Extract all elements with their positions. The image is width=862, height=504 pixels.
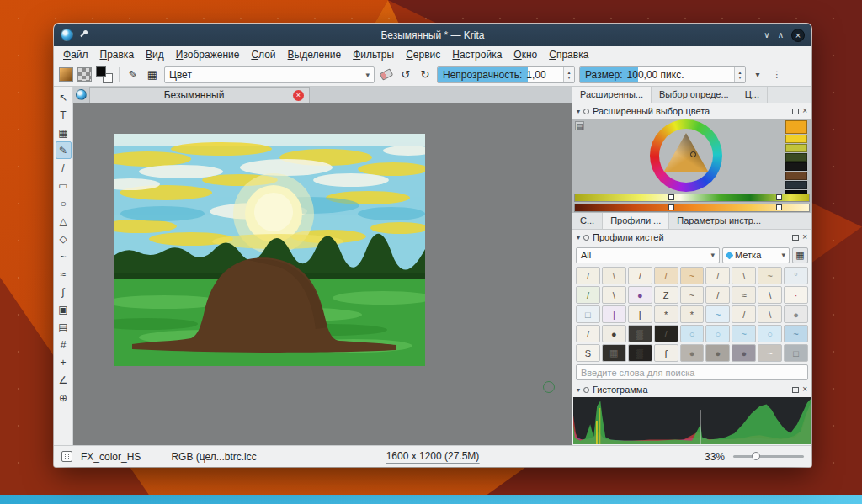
foreground-color-swatch[interactable] (96, 66, 106, 77)
pattern-chooser-swatch[interactable] (77, 67, 92, 82)
toolbar-overflow-icon[interactable]: ⋮ (769, 66, 785, 83)
spin-down-icon[interactable]: ▾ (567, 75, 570, 80)
history-swatch-2[interactable] (785, 144, 807, 152)
advanced-color-selector[interactable]: ▤ (572, 119, 811, 213)
menu-item-8[interactable]: Настройка (446, 46, 508, 63)
zoom-slider[interactable] (733, 455, 804, 458)
float-docker-icon[interactable] (792, 387, 799, 393)
brush-preset-4[interactable]: ~ (680, 267, 705, 284)
title-bar[interactable]: Безымянный * — Krita ∨ ∧ × (54, 24, 811, 46)
brush-preset-41[interactable]: ● (705, 344, 730, 362)
brush-preset-10[interactable]: \ (602, 286, 626, 304)
color-profile-label[interactable]: RGB (цел...btrc.icc (171, 451, 256, 463)
docker-top-tab-0[interactable]: Расширенны... (572, 87, 652, 103)
blending-mode-dropdown[interactable]: Цвет ▾ (164, 66, 375, 83)
close-window-button[interactable]: × (791, 29, 805, 42)
shade-gradient-bar-1[interactable] (574, 194, 810, 202)
brush-preset-28[interactable]: ● (602, 325, 626, 342)
gradient-chooser-swatch[interactable] (59, 67, 73, 82)
brush-preset-8[interactable]: ° (784, 267, 808, 284)
menu-item-2[interactable]: Вид (140, 46, 170, 63)
brush-preset-43[interactable]: ~ (758, 344, 782, 362)
docker-mid-tab-2[interactable]: Параметры инстр... (669, 213, 769, 229)
float-docker-icon[interactable] (792, 235, 799, 241)
pin-icon[interactable] (79, 30, 88, 40)
brush-preset-38[interactable]: ▒ (628, 344, 652, 362)
canvas-painting[interactable] (114, 134, 425, 366)
brush-preset-2[interactable]: / (628, 267, 652, 284)
brush-preset-11[interactable]: ● (628, 286, 652, 304)
close-docker-icon[interactable]: × (802, 107, 807, 115)
menu-item-1[interactable]: Правка (94, 46, 141, 63)
eraser-mode-button[interactable] (379, 66, 394, 83)
brush-preset-31[interactable]: ○ (680, 325, 705, 342)
histogram-docker-header[interactable]: ▾ Гистограмма × (572, 382, 811, 397)
opacity-slider[interactable]: Непрозрачность: 1,00 ▴ ▾ (437, 66, 575, 83)
float-docker-icon[interactable] (792, 109, 799, 114)
tag-filter-dropdown[interactable]: All ▾ (576, 247, 720, 263)
krita-app-icon[interactable] (61, 29, 73, 41)
bezier-curve-tool[interactable]: ~ (56, 247, 72, 265)
brush-preset-19[interactable]: | (602, 305, 626, 323)
menu-item-0[interactable]: Файл (57, 46, 94, 63)
brush-preset-20[interactable]: | (628, 305, 652, 323)
brush-presets-docker-header[interactable]: ▾ Профили кистей × (572, 230, 811, 245)
canvas-area[interactable] (73, 103, 572, 445)
history-swatch-1[interactable] (785, 135, 807, 143)
brush-preset-29[interactable]: ▒ (628, 325, 652, 342)
redo-icon-button[interactable]: ↻ (418, 66, 433, 83)
maximize-window-button[interactable]: ∧ (778, 31, 784, 40)
close-docker-icon[interactable]: × (802, 233, 807, 241)
spin-down-icon[interactable]: ▾ (738, 75, 741, 80)
brush-preset-21[interactable]: * (654, 305, 678, 323)
brush-preset-32[interactable]: ○ (705, 325, 730, 342)
gradient-marker[interactable] (776, 204, 782, 210)
brush-preset-9[interactable]: / (576, 286, 600, 304)
brush-editor-icon[interactable]: ✎ (125, 66, 141, 83)
brush-preset-30[interactable]: / (654, 325, 678, 342)
brush-preset-35[interactable]: ~ (784, 325, 808, 342)
color-picker-tool[interactable]: ⊕ (56, 389, 72, 406)
brush-preset-13[interactable]: ~ (680, 286, 705, 304)
brush-preset-27[interactable]: / (576, 325, 600, 342)
history-swatch-5[interactable] (785, 172, 807, 180)
brush-preset-24[interactable]: / (732, 305, 756, 323)
brush-preset-44[interactable]: □ (784, 344, 808, 362)
view-mode-button[interactable]: ▦ (792, 247, 808, 263)
brush-preset-1[interactable]: \ (602, 267, 626, 284)
menu-item-10[interactable]: Справка (543, 46, 594, 63)
move-tool[interactable]: + (56, 353, 72, 371)
selection-indicator-icon[interactable] (61, 451, 72, 462)
brush-preset-39[interactable]: ∫ (654, 344, 678, 362)
collapse-icon[interactable]: ▾ (577, 108, 580, 115)
gradient-marker[interactable] (776, 194, 782, 200)
menu-item-7[interactable]: Сервис (400, 46, 446, 63)
zoom-slider-handle[interactable] (752, 452, 760, 460)
reload-preset-button[interactable]: ↺ (398, 66, 413, 83)
select-shapes-tool[interactable]: ↖ (56, 88, 72, 106)
brush-preset-18[interactable]: □ (576, 305, 600, 323)
shade-window-button[interactable]: ∨ (764, 31, 769, 40)
docker-lock-icon[interactable] (583, 109, 589, 114)
menu-item-9[interactable]: Окно (508, 46, 543, 63)
brush-preset-33[interactable]: ~ (732, 325, 756, 342)
docker-lock-icon[interactable] (583, 387, 589, 393)
brush-preset-6[interactable]: \ (732, 267, 756, 284)
brush-preset-12[interactable]: Z (654, 286, 678, 304)
brush-preset-40[interactable]: ● (680, 344, 705, 362)
brush-preset-36[interactable]: S (576, 344, 600, 362)
color-selector-docker-header[interactable]: ▾ Расширенный выбор цвета × (572, 103, 811, 119)
docker-top-tab-1[interactable]: Выбор опреде... (652, 87, 737, 103)
dynamic-brush-tool[interactable]: ∫ (56, 283, 72, 300)
brush-preset-14[interactable]: / (705, 286, 730, 304)
tag-assign-dropdown[interactable]: Метка ▾ (722, 247, 790, 263)
brush-preset-3[interactable]: / (654, 267, 678, 284)
brush-preset-15[interactable]: ≈ (732, 286, 756, 304)
brush-size-slider[interactable]: Размер: 100,00 пикс. ▴ ▾ (579, 66, 746, 83)
history-swatch-0[interactable] (785, 120, 807, 134)
menu-item-4[interactable]: Слой (245, 46, 281, 63)
gradient-marker[interactable] (668, 204, 674, 210)
brush-presets-grid-icon[interactable]: ▦ (145, 66, 160, 83)
brush-search-input[interactable] (576, 364, 808, 380)
docker-mid-tab-0[interactable]: С... (572, 213, 603, 229)
